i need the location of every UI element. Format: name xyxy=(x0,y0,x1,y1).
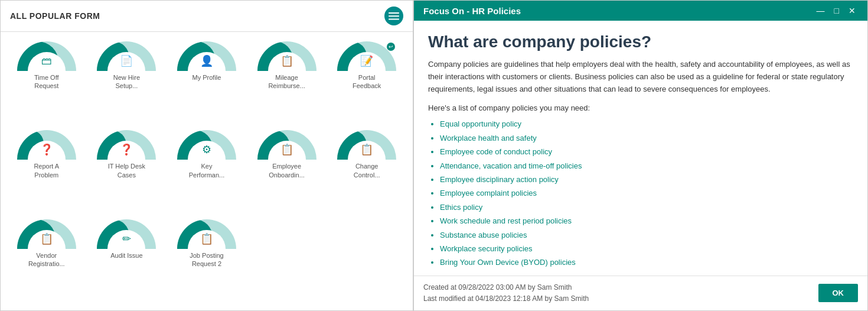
policy-item: Bring Your Own Device (BYOD) policies xyxy=(440,255,853,269)
policy-item: Employee code of conduct policy xyxy=(440,145,853,158)
form-circle-container: 🗃 xyxy=(17,41,76,71)
ok-button[interactable]: OK xyxy=(818,284,859,302)
form-item[interactable]: 📋 ChangeControl... xyxy=(330,130,403,212)
form-label: Job PostingRequest 2 xyxy=(190,251,223,268)
form-circle-container: 📋 xyxy=(257,41,316,71)
form-item[interactable]: ⚙ KeyPerforman... xyxy=(170,130,243,212)
form-item[interactable]: 📋 VendorRegistratio... xyxy=(10,219,83,301)
form-item[interactable]: 📄 New HireSetup... xyxy=(90,41,164,123)
form-item[interactable]: 📋 EmployeeOnboardin... xyxy=(250,130,324,212)
right-panel: Focus On - HR Policies — □ ✕ What are co… xyxy=(413,0,868,311)
form-label: IT Help DeskCases xyxy=(108,162,145,179)
form-icon: 📋 xyxy=(280,144,293,155)
close-button[interactable]: ✕ xyxy=(846,5,858,16)
policy-item: Workplace security policies xyxy=(440,242,853,255)
form-circle-container: 📋 xyxy=(17,219,76,249)
description-text: Company policies are guidelines that hel… xyxy=(428,59,853,95)
hamburger-icon xyxy=(389,11,399,21)
form-label: EmployeeOnboardin... xyxy=(269,162,305,179)
form-circle-container: 📋 xyxy=(337,130,396,160)
form-item[interactable]: ❓ IT Help DeskCases xyxy=(90,130,164,212)
policy-item: Work schedule and rest period policies xyxy=(440,214,853,228)
form-label: Audit Issue xyxy=(110,251,142,260)
policy-item: Equal opportunity policy xyxy=(440,117,853,131)
menu-icon-button[interactable] xyxy=(384,7,403,25)
policy-item: Employee disciplinary action policy xyxy=(440,173,853,186)
form-label: KeyPerforman... xyxy=(189,162,225,179)
policy-item: Ethics policy xyxy=(440,200,853,214)
policy-item: Workplace health and safety xyxy=(440,131,853,145)
modified-text: Last modified at 04/18/2023 12:18 AM by … xyxy=(423,293,589,304)
form-item[interactable]: 📋 MileageReimburse... xyxy=(250,41,324,123)
list-intro: Here's a list of company policies you ma… xyxy=(428,103,853,112)
svg-rect-2 xyxy=(389,19,399,20)
svg-rect-1 xyxy=(389,15,399,17)
minimize-button[interactable]: — xyxy=(814,5,827,16)
form-item[interactable]: 🗃 Time OffRequest xyxy=(10,41,83,123)
left-header: ALL POPULAR FORM xyxy=(1,1,413,32)
form-icon: ❓ xyxy=(120,144,133,155)
badge: ↩ xyxy=(387,43,395,51)
form-circle-container: 📄 xyxy=(97,41,156,71)
policy-item: Attendance, vacation and time-off polici… xyxy=(440,159,853,173)
form-icon: 🗃 xyxy=(41,56,52,66)
form-icon: ❓ xyxy=(40,144,53,155)
form-icon: ⚙ xyxy=(202,144,211,155)
form-circle-container: ❓ xyxy=(17,130,76,160)
form-circle-container: 👤 xyxy=(177,41,236,71)
form-label: New HireSetup... xyxy=(113,73,140,90)
form-icon: 📄 xyxy=(120,56,133,66)
policy-item: Substance abuse policies xyxy=(440,228,853,242)
form-label: Report AProblem xyxy=(34,162,59,179)
form-item[interactable]: 📋 Job PostingRequest 2 xyxy=(170,219,243,301)
form-item[interactable]: ✏ Audit Issue xyxy=(90,219,164,301)
right-panel-header: Focus On - HR Policies — □ ✕ xyxy=(414,1,867,21)
svg-rect-0 xyxy=(389,12,399,14)
form-label: VendorRegistratio... xyxy=(28,251,65,268)
form-circle-container: 📋 xyxy=(177,219,236,249)
form-label: PortalFeedback xyxy=(353,73,381,90)
form-item[interactable]: 👤 My Profile xyxy=(170,41,243,123)
window-title: Focus On - HR Policies xyxy=(423,6,521,16)
form-item[interactable]: 📝 ↩ PortalFeedback xyxy=(330,41,403,123)
maximize-button[interactable]: □ xyxy=(832,5,841,16)
form-circle-container: ❓ xyxy=(97,130,156,160)
form-icon: 👤 xyxy=(200,56,213,66)
form-label: MileageReimburse... xyxy=(268,73,305,90)
form-icon: 📋 xyxy=(280,56,293,66)
left-panel: ALL POPULAR FORM 🗃 Time OffRequest xyxy=(0,0,413,311)
created-text: Created at 09/28/2022 03:00 AM by Sam Sm… xyxy=(423,282,589,293)
form-circle-container: ✏ xyxy=(97,219,156,249)
forms-grid: 🗃 Time OffRequest 📄 New HireSetup... 👤 xyxy=(1,32,413,310)
policies-list: Equal opportunity policyWorkplace health… xyxy=(428,117,853,269)
form-label: ChangeControl... xyxy=(354,162,380,179)
right-content: What are company policies? Company polic… xyxy=(414,21,867,276)
window-controls: — □ ✕ xyxy=(814,5,858,16)
form-item[interactable]: ❓ Report AProblem xyxy=(10,130,83,212)
left-header-title: ALL POPULAR FORM xyxy=(10,11,100,21)
form-icon: 📝 xyxy=(360,56,373,66)
main-heading: What are company policies? xyxy=(428,33,853,51)
right-footer: Created at 09/28/2022 03:00 AM by Sam Sm… xyxy=(414,276,867,310)
form-circle-container: 📋 xyxy=(257,130,316,160)
form-icon: 📋 xyxy=(40,234,53,244)
form-circle-container: 📝 ↩ xyxy=(337,41,396,71)
form-circle-container: ⚙ xyxy=(177,130,236,160)
form-icon: 📋 xyxy=(360,144,373,155)
form-icon: 📋 xyxy=(200,234,213,244)
form-label: Time OffRequest xyxy=(34,73,59,90)
footer-meta: Created at 09/28/2022 03:00 AM by Sam Sm… xyxy=(423,282,589,304)
form-label: My Profile xyxy=(192,73,221,82)
form-icon: ✏ xyxy=(122,234,131,244)
policy-item: Employee complaint policies xyxy=(440,186,853,200)
